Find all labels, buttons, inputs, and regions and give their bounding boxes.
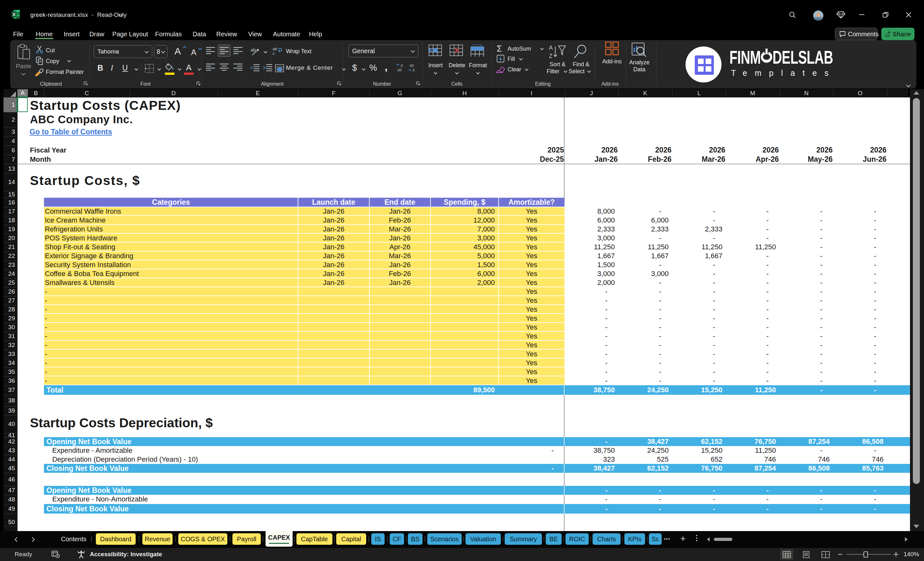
svg-text:.0: .0 bbox=[400, 64, 403, 68]
svg-text:A: A bbox=[549, 45, 553, 51]
svg-text:ab: ab bbox=[250, 47, 256, 52]
svg-text:c: c bbox=[273, 51, 275, 56]
svg-text:.00: .00 bbox=[397, 68, 402, 72]
svg-text:.0: .0 bbox=[412, 68, 414, 72]
svg-text:ab: ab bbox=[273, 46, 277, 51]
svg-text:X: X bbox=[13, 12, 16, 17]
svg-text:Z: Z bbox=[549, 53, 552, 59]
svg-text:.00: .00 bbox=[409, 64, 414, 68]
